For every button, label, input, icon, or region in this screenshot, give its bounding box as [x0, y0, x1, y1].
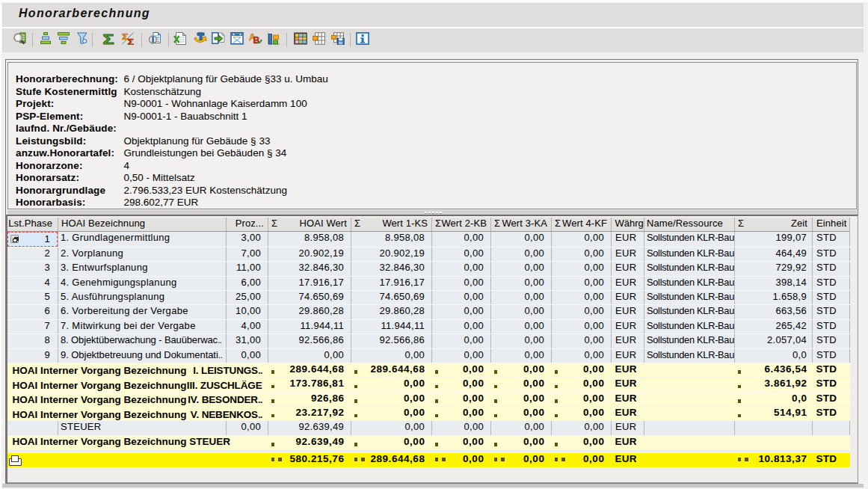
svg-text:Σ: Σ: [127, 37, 134, 45]
svg-text:Σ: Σ: [103, 32, 114, 45]
